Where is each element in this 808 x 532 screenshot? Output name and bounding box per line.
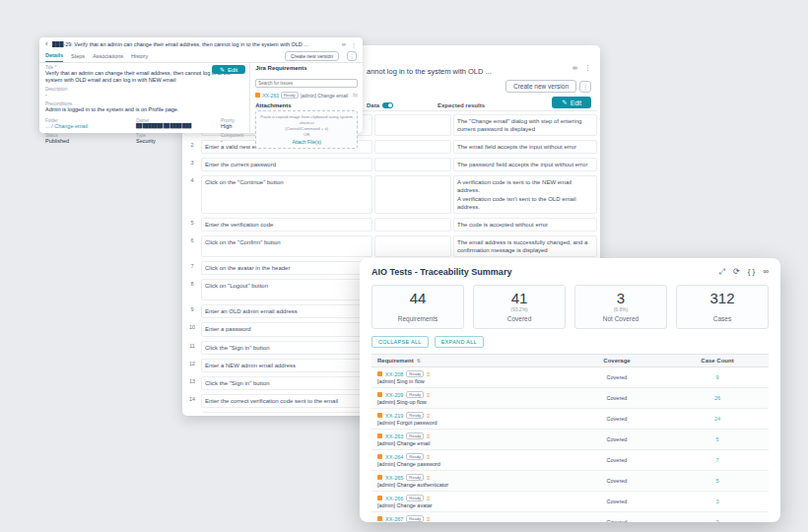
requirement-row[interactable]: XX-264Ready≡[admin] Change passwordCover… (371, 450, 769, 471)
issue-key-link[interactable]: XX-209 (385, 392, 403, 398)
requirement-row[interactable]: XX-209Ready≡[admin] Sing-up flowCovered2… (371, 388, 769, 409)
step-expected-cell[interactable]: The email field accepts the input withou… (453, 140, 597, 154)
rank-icon: ≡ (427, 371, 431, 377)
step-data-cell[interactable] (374, 158, 451, 171)
step-description-cell[interactable]: Click the "Sign in" button (201, 341, 372, 355)
back-icon[interactable]: ‹ (45, 40, 48, 48)
tab-associations[interactable]: Associations (93, 51, 123, 62)
step-description-cell[interactable]: Click the "Sign in" button (201, 376, 372, 390)
coverage-value: Covered (562, 374, 672, 380)
dropzone-or-label: OR (258, 132, 355, 138)
link-icon[interactable]: ∞ (763, 267, 769, 277)
stat-label: Cases (677, 315, 768, 322)
step-data-cell[interactable] (374, 218, 451, 232)
collapse-all-button[interactable]: COLLAPSE ALL (371, 336, 429, 348)
requirement-row[interactable]: XX-266Ready≡[admin] Change avatarCovered… (371, 492, 769, 512)
folder-field-value[interactable]: ... / Change email (45, 123, 130, 130)
create-new-version-button[interactable]: Create new version (285, 51, 339, 61)
issue-key-link[interactable]: XX-264 (385, 454, 403, 460)
step-description-cell[interactable]: Enter a password (201, 322, 372, 336)
requirement-line1: XX-208Ready≡ (377, 370, 562, 377)
expand-icon[interactable]: ⤢ (719, 267, 725, 277)
case-count-link[interactable]: 9 (672, 374, 763, 380)
priority-field-value[interactable]: High (221, 123, 243, 130)
embed-code-icon[interactable]: { } (748, 267, 756, 277)
tab-history[interactable]: History (131, 51, 148, 62)
attach-files-link[interactable]: Attach File(s) (258, 139, 355, 145)
test-case-title: ███-29: Verify that an admin can change … (52, 41, 338, 47)
case-count-link[interactable]: 2 (672, 519, 763, 522)
sync-icon[interactable]: ⟳ (733, 267, 740, 277)
linked-requirement-row[interactable]: XX-263 Ready [admin] Change email by (255, 92, 358, 99)
attachment-dropzone[interactable]: Paste a copied image from clipboard usin… (255, 110, 358, 149)
create-new-version-button[interactable]: Create new version (505, 80, 576, 93)
step-description-cell[interactable]: Enter the verification code (201, 218, 372, 232)
step-description-cell[interactable]: Click on "Logout" button (201, 279, 372, 300)
sort-icon[interactable]: ⇅ (417, 358, 421, 364)
case-count-link[interactable]: 3 (672, 499, 763, 504)
preconditions-field-value: Admin is logged in to the system and is … (45, 106, 243, 113)
step-expected-cell[interactable]: The email address is successfully change… (453, 235, 597, 257)
case-count-link[interactable]: 5 (672, 478, 763, 484)
expand-all-button[interactable]: EXPAND ALL (435, 336, 484, 348)
kebab-menu-icon[interactable]: ⋮ (351, 41, 357, 48)
step-description-cell[interactable]: Click on the "Continue" button (201, 175, 372, 213)
requirement-row[interactable]: XX-265Ready≡[admin] Change authenticator… (371, 471, 769, 492)
step-description-cell[interactable]: Enter an OLD admin email address (201, 304, 372, 318)
requirement-row[interactable]: XX-263Ready≡[admin] Change emailCovered5 (371, 430, 769, 450)
stat-sub (372, 306, 463, 312)
requirement-summary: [admin] Change password (377, 461, 562, 467)
kebab-menu-icon[interactable]: ⋮ (584, 64, 591, 72)
link-icon[interactable]: ∞ (342, 41, 346, 48)
issue-key-link[interactable]: XX-266 (385, 496, 403, 501)
owner-field-value[interactable]: ██ ███████ ██ ████ ███ (136, 123, 215, 129)
rank-icon: ≡ (427, 516, 431, 522)
tab-steps[interactable]: Steps (71, 51, 85, 62)
more-actions-button[interactable]: ⋮ (579, 81, 591, 93)
requirement-row[interactable]: XX-267Ready≡[admin] Use email for authen… (371, 512, 769, 522)
issue-status-badge: Ready (406, 474, 424, 481)
issue-key-link[interactable]: XX-263 (385, 433, 403, 439)
step-description-cell[interactable]: Click on the avatar in the header (201, 261, 372, 275)
step-expected-cell[interactable]: The "Change email" dialog with step of e… (453, 114, 597, 136)
step-expected-cell[interactable]: A verification code is sent to the NEW e… (453, 175, 597, 213)
link-icon[interactable]: ∞ (572, 64, 577, 72)
step-data-cell[interactable] (374, 175, 451, 213)
case-count-link[interactable]: 7 (672, 457, 763, 463)
issue-key-link[interactable]: XX-265 (385, 475, 403, 481)
data-column-toggle[interactable] (382, 102, 393, 108)
issue-key-link[interactable]: XX-219 (385, 413, 403, 419)
step-data-cell[interactable] (374, 235, 451, 257)
issue-status-badge: Ready (406, 412, 424, 419)
step-data-cell[interactable] (374, 140, 451, 154)
requirement-type-icon (377, 392, 382, 397)
step-description-cell[interactable]: Enter a NEW admin email address (201, 359, 372, 372)
step-description-cell[interactable]: Click on the "Confirm" button (201, 235, 372, 257)
requirement-summary: [admin] Change avatar (377, 502, 562, 508)
more-actions-button[interactable]: ⋮ (347, 51, 357, 61)
stat-sub: (6.8%) (575, 306, 666, 312)
issue-key-link[interactable]: XX-263 (262, 93, 279, 99)
case-count-link[interactable]: 5 (672, 436, 763, 442)
coverage-value: Covered (562, 416, 672, 422)
jira-search-input[interactable] (255, 79, 358, 88)
requirement-row[interactable]: XX-208Ready≡[admin] Sing in flowCovered9 (371, 367, 769, 388)
requirement-column-header[interactable]: Requirement (377, 358, 414, 364)
issue-key-link[interactable]: XX-208 (385, 371, 403, 377)
step-expected-cell[interactable]: The password field accepts the input wit… (453, 158, 597, 171)
status-field-value[interactable]: Published (45, 138, 130, 145)
requirement-row[interactable]: XX-219Ready≡[admin] Forgot passwordCover… (371, 409, 769, 430)
step-description-cell[interactable]: Click the "Confirm" button (201, 412, 372, 413)
stat-value: 312 (677, 290, 768, 306)
step-expected-cell[interactable]: The code is accepted without error (453, 218, 597, 232)
step-description-cell[interactable]: Enter the current password (201, 158, 372, 171)
issue-key-link[interactable]: XX-267 (385, 516, 403, 522)
case-count-link[interactable]: 26 (672, 395, 763, 401)
requirement-line1: XX-267Ready≡ (377, 515, 562, 522)
type-field-value[interactable]: Security (136, 138, 215, 145)
step-data-cell[interactable] (374, 114, 451, 136)
tab-details[interactable]: Details (45, 50, 63, 62)
edit-button[interactable]: ✎ Edit (212, 65, 245, 74)
case-count-link[interactable]: 24 (672, 416, 763, 422)
step-description-cell[interactable]: Enter the correct verification code sent… (201, 394, 372, 408)
